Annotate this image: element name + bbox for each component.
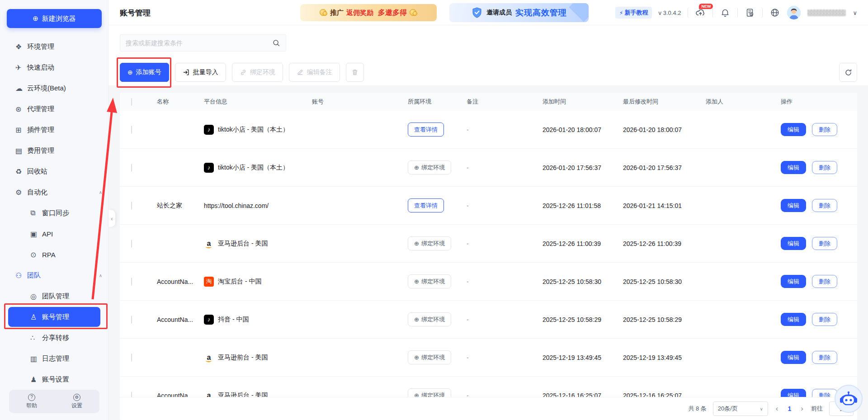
sidebar-item-team-management[interactable]: ◎团队管理 xyxy=(0,286,108,307)
table-row: ♪tiktok小店 - 美国（本土）⊕绑定环境-2026-01-20 17:56… xyxy=(120,149,857,187)
sidebar-item-team[interactable]: ⚇团队∧ xyxy=(0,265,108,286)
cloud-upload-icon[interactable]: NEW xyxy=(695,7,706,18)
delete-row-button[interactable]: 删除 xyxy=(812,123,837,136)
chevron-down-icon[interactable]: ∨ xyxy=(853,9,857,16)
search-row xyxy=(108,25,868,54)
row-checkbox[interactable] xyxy=(131,164,132,172)
search-icon[interactable] xyxy=(272,39,280,47)
row-checkbox[interactable] xyxy=(131,316,132,324)
edit-row-button[interactable]: 编辑 xyxy=(781,351,806,364)
row-checkbox[interactable] xyxy=(131,126,132,134)
edit-row-button[interactable]: 编辑 xyxy=(781,389,806,397)
cell-modified-time: 2025-12-25 10:58:30 xyxy=(623,278,706,285)
edit-row-button[interactable]: 编辑 xyxy=(781,237,806,250)
sidebar-item-account-settings[interactable]: ♟账号设置 xyxy=(0,369,108,390)
log-document-icon[interactable] xyxy=(745,7,755,18)
bind-environment-row-button[interactable]: ⊕绑定环境 xyxy=(408,388,451,397)
caret-up-icon[interactable]: ∧ xyxy=(99,190,102,195)
cell-note: - xyxy=(467,164,542,171)
sidebar-item-api[interactable]: ▣API xyxy=(0,223,108,244)
add-account-button[interactable]: ⊕ 添加账号 xyxy=(120,63,169,82)
sidebar-item-log-management[interactable]: ▥日志管理 xyxy=(0,348,108,369)
promo-banner-referral[interactable]: 推广 返佣奖励 多邀多得 xyxy=(300,4,437,21)
row-checkbox[interactable] xyxy=(131,240,132,248)
sidebar-item-billing[interactable]: ▤费用管理 xyxy=(0,140,108,161)
delete-row-button[interactable]: 删除 xyxy=(812,161,837,174)
edit-note-button[interactable]: 编辑备注 xyxy=(289,63,340,82)
bind-environment-row-button[interactable]: ⊕绑定环境 xyxy=(408,350,451,364)
cell-note: - xyxy=(467,278,542,285)
sidebar-item-environment[interactable]: ❖环境管理 xyxy=(0,36,108,57)
sidebar-item-cloud-environment[interactable]: ☁云环境(Beta) xyxy=(0,78,108,99)
sidebar-collapse-handle[interactable]: ‹ xyxy=(108,210,115,227)
view-details-button[interactable]: 查看详情 xyxy=(408,123,444,137)
cell-created-time: 2026-01-20 18:00:07 xyxy=(542,126,623,133)
refresh-button[interactable] xyxy=(839,63,857,82)
sidebar-item-quick-launch[interactable]: ✈快速启动 xyxy=(0,57,108,78)
row-checkbox[interactable] xyxy=(131,278,132,286)
user-name-redacted xyxy=(807,9,846,16)
new-browser-button[interactable]: ⊕ 新建浏览器 xyxy=(7,9,102,28)
delete-row-button[interactable]: 删除 xyxy=(812,351,837,364)
sidebar-item-window-sync[interactable]: ⧉窗口同步 xyxy=(0,203,108,223)
search-input[interactable] xyxy=(126,39,272,47)
cell-modified-time: 2025-12-26 11:00:39 xyxy=(623,240,706,247)
tutorial-badge[interactable]: ⚡ 新手教程 xyxy=(615,7,651,19)
help-button[interactable]: ? 帮助 xyxy=(9,390,54,413)
edit-row-button[interactable]: 编辑 xyxy=(781,275,806,288)
assistant-robot-button[interactable] xyxy=(835,385,863,413)
toolbar: ⊕ 添加账号 批量导入 绑定环境 编辑备注 xyxy=(108,54,868,85)
edit-row-button[interactable]: 编辑 xyxy=(781,161,806,174)
promo-banner-invite[interactable]: 邀请成员 实现高效管理 xyxy=(449,3,589,22)
bind-environment-button[interactable]: 绑定环境 xyxy=(232,63,283,82)
column-header: 操作 xyxy=(781,98,857,106)
bind-environment-row-button[interactable]: ⊕绑定环境 xyxy=(408,312,451,326)
delete-row-button[interactable]: 删除 xyxy=(812,275,837,288)
sidebar-menu: ❖环境管理✈快速启动☁云环境(Beta)⊛代理管理⊞插件管理▤费用管理♻回收站⚙… xyxy=(0,36,108,390)
cell-created-time: 2025-12-25 10:58:30 xyxy=(542,278,623,285)
sidebar-item-plugin[interactable]: ⊞插件管理 xyxy=(0,119,108,140)
chevron-down-icon: ∨ xyxy=(760,406,763,411)
sidebar-item-rpa[interactable]: ⊙RPA xyxy=(0,244,108,265)
cell-operations: 编辑删除 xyxy=(781,275,857,288)
select-all-checkbox[interactable] xyxy=(131,98,132,106)
next-page-button[interactable]: › xyxy=(799,404,805,413)
view-details-button[interactable]: 查看详情 xyxy=(408,198,444,212)
delete-row-button[interactable]: 删除 xyxy=(812,389,837,397)
settings-button[interactable]: ⚙ 设置 xyxy=(54,390,99,413)
edit-row-button[interactable]: 编辑 xyxy=(781,313,806,326)
table-row: a亚马逊后台 - 美国⊕绑定环境-2025-12-26 11:00:392025… xyxy=(120,225,857,263)
edit-row-button[interactable]: 编辑 xyxy=(781,199,806,212)
divider xyxy=(762,8,763,17)
page-size-select[interactable]: 20条/页 ∨ xyxy=(713,401,768,416)
edit-row-button[interactable]: 编辑 xyxy=(781,123,806,136)
row-checkbox[interactable] xyxy=(131,202,132,210)
current-page[interactable]: 1 xyxy=(786,405,793,412)
sidebar-item-account-management[interactable]: ♙账号管理 xyxy=(8,307,100,327)
sidebar-item-automation[interactable]: ⚙自动化∧ xyxy=(0,182,108,203)
row-checkbox[interactable] xyxy=(131,354,132,362)
delete-button[interactable] xyxy=(346,63,364,82)
bind-environment-row-button[interactable]: ⊕绑定环境 xyxy=(408,274,451,288)
sidebar-item-proxy[interactable]: ⊛代理管理 xyxy=(0,99,108,119)
notification-bell-icon[interactable] xyxy=(720,7,731,18)
bind-environment-row-button[interactable]: ⊕绑定环境 xyxy=(408,236,451,250)
batch-import-button[interactable]: 批量导入 xyxy=(175,63,226,82)
caret-up-icon[interactable]: ∧ xyxy=(99,273,102,278)
plus-circle-icon: ⊕ xyxy=(414,316,419,323)
table-row: ♪tiktok小店 - 美国（本土）查看详情-2026-01-20 18:00:… xyxy=(120,111,857,149)
sidebar-item-recycle-bin[interactable]: ♻回收站 xyxy=(0,161,108,182)
accounts-table: 名称平台信息账号所属环境备注添加时间最后修改时间添加人操作 ♪tiktok小店 … xyxy=(120,93,857,420)
delete-row-button[interactable]: 删除 xyxy=(812,237,837,250)
cell-note: - xyxy=(467,126,542,133)
cell-modified-time: 2025-12-19 13:49:45 xyxy=(623,354,706,361)
prev-page-button[interactable]: ‹ xyxy=(774,404,780,413)
sidebar-item-share-transfer[interactable]: ∴分享转移 xyxy=(0,327,108,348)
recycle-bin-icon: ♻ xyxy=(15,167,27,176)
delete-row-button[interactable]: 删除 xyxy=(812,199,837,212)
row-checkbox[interactable] xyxy=(131,392,132,397)
bind-environment-row-button[interactable]: ⊕绑定环境 xyxy=(408,160,451,175)
globe-language-icon[interactable] xyxy=(769,7,780,18)
delete-row-button[interactable]: 删除 xyxy=(812,313,837,326)
user-avatar[interactable] xyxy=(787,6,801,19)
